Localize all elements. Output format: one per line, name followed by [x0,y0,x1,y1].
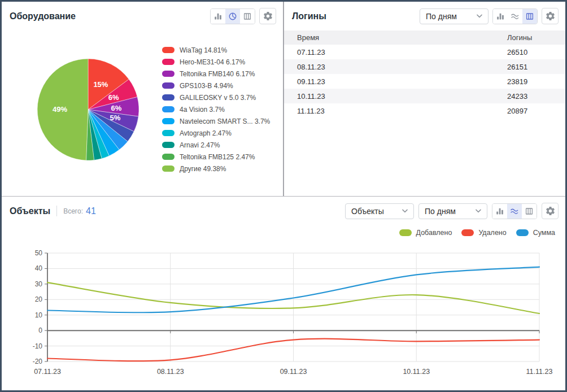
legend-swatch [162,130,175,136]
legend-label: GALILEOSKY v 5.0 3.7% [180,94,256,102]
legend-label: Hero-ME31-04 6.17% [180,58,245,66]
legend-swatch [162,71,175,77]
top-row: Оборудование 15%6%6%5%49% WiaTag 14.81%H… [2,2,565,197]
logins-view-switcher [492,8,538,24]
panel-logins: Логины По дням Вр [284,2,565,196]
legend-item[interactable]: Hero-ME31-04 6.17% [162,56,270,68]
equipment-pie-legend: WiaTag 14.81%Hero-ME31-04 6.17%Teltonika… [162,44,270,175]
legend-label: Teltonika FMB125 2.47% [180,153,255,161]
legend-item[interactable]: WiaTag 14.81% [162,44,270,56]
logins-header: Логины По дням [284,2,565,29]
y-tick-label: -20 [33,358,43,365]
logins-table-cell-time: 09.11.23 [284,74,494,89]
y-tick-label: 40 [35,264,43,272]
logins-panel-title: Логины [292,11,326,21]
legend-item[interactable]: Сумма [516,229,555,237]
objects-type-select[interactable]: Объекты [345,203,414,219]
logins-controls: По дням [420,8,559,24]
y-tick-label: 50 [35,249,43,257]
logins-table-row: 07.11.2326510 [284,45,565,59]
legend-item[interactable]: Добавлено [399,229,452,237]
pie-slice-label: 6% [108,93,119,102]
logins-table-cell-logins: 26151 [494,59,565,74]
objects-view-switcher [492,203,537,219]
legend-item[interactable]: Arnavi 2.47% [162,139,270,151]
equipment-header: Оборудование [2,2,283,29]
logins-table-row: 08.11.2326151 [284,59,565,74]
legend-swatch [461,229,474,236]
legend-swatch [162,154,175,160]
legend-item[interactable]: Navtelecom SMART S... 3.7% [162,115,270,127]
legend-item[interactable]: Avtograph 2.47% [162,127,270,139]
legend-label: Arnavi 2.47% [180,141,220,149]
legend-label: Navtelecom SMART S... 3.7% [180,117,270,125]
logins-table-cell-time: 07.11.23 [284,45,494,59]
line-chart-icon [510,207,519,216]
legend-item[interactable]: GALILEOSKY v 5.0 3.7% [162,92,270,103]
legend-swatch [399,229,412,236]
line-chart-view-button[interactable] [508,9,522,24]
bar-chart-view-button[interactable] [492,204,507,219]
pie-slice-label: 49% [53,105,67,114]
logins-settings-button[interactable] [542,8,559,24]
objects-settings-button[interactable] [542,203,559,219]
legend-item[interactable]: GPS103-B 4.94% [162,80,270,92]
equipment-settings-button[interactable] [259,8,276,24]
bar-chart-view-button[interactable] [211,9,225,24]
legend-label: Добавлено [416,229,452,237]
gear-icon [263,11,273,21]
legend-label: Удалено [478,229,506,237]
legend-item[interactable]: 4a Vision 3.7% [162,103,270,115]
logins-table: Время Логины 07.11.232651008.11.23261510… [284,31,565,118]
legend-swatch [162,82,175,89]
legend-label: Другие 49.38% [180,165,226,173]
chevron-down-icon [476,209,481,213]
pie-chart-icon [228,12,237,21]
objects-title-group: Объекты Всего: 41 [10,206,96,216]
x-tick-label: 09.11.23 [280,368,307,376]
logins-period-select[interactable]: По дням [420,8,489,24]
y-tick-label: 20 [35,295,43,303]
equipment-pie-chart: 15%6%6%5%49% [32,53,145,166]
logins-table-cell-logins: 26510 [494,45,565,59]
line-chart-view-button[interactable] [507,204,522,219]
objects-chart-legend: ДобавленоУдаленоСумма [399,229,555,237]
gear-icon [545,206,556,216]
legend-swatch [162,106,175,112]
bar-chart-view-button[interactable] [493,9,508,24]
objects-period-select-value: По дням [425,207,456,216]
objects-header: Объекты Всего: 41 Объекты По дням [2,197,565,224]
legend-swatch [162,165,175,172]
panel-objects: Объекты Всего: 41 Объекты По дням [2,197,565,390]
bar-chart-icon [213,12,223,21]
pie-chart-view-button[interactable] [225,9,240,24]
table-icon [243,12,252,21]
legend-label: WiaTag 14.81% [180,46,227,54]
objects-type-select-value: Объекты [351,207,384,216]
legend-swatch [162,142,175,148]
y-tick-label: 0 [38,326,42,334]
legend-swatch [516,229,529,236]
legend-item[interactable]: Teltonika FMB125 2.47% [162,151,270,163]
objects-controls: Объекты По дням [345,203,559,219]
legend-label: Сумма [533,229,555,237]
legend-item[interactable]: Удалено [461,229,506,237]
table-view-button[interactable] [240,9,255,24]
logins-table-row: 09.11.2323819 [284,74,565,89]
logins-period-select-value: По дням [426,12,457,21]
legend-swatch [162,47,175,53]
legend-swatch [162,118,175,124]
table-view-button[interactable] [522,9,537,24]
legend-item[interactable]: Teltonika FMB140 6.17% [162,68,270,80]
x-tick-label: 08.11.23 [157,368,184,376]
legend-label: 4a Vision 3.7% [180,106,225,114]
objects-line-chart: 50403020100-10-2007.11.2308.11.2309.11.2… [2,246,565,388]
legend-swatch [162,94,175,101]
table-view-button[interactable] [522,204,537,219]
objects-period-select[interactable]: По дням [418,203,487,219]
objects-panel-title: Объекты [10,206,50,216]
legend-item[interactable]: Другие 49.38% [162,163,270,175]
x-tick-label: 11.11.23 [526,368,553,376]
pie-slice-label: 6% [111,104,122,112]
logins-table-header-logins: Логины [494,31,565,45]
